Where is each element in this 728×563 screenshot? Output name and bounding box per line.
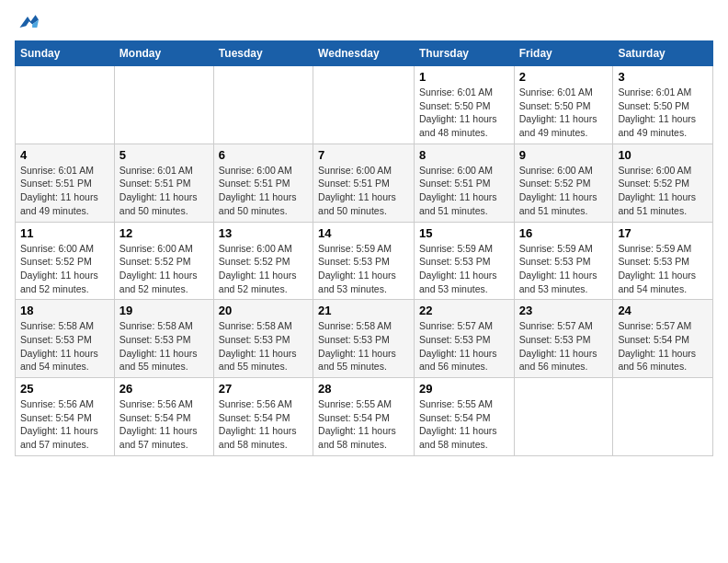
day-info: Sunrise: 5:59 AM Sunset: 5:53 PM Dayligh… <box>618 242 708 296</box>
calendar-cell: 22Sunrise: 5:57 AM Sunset: 5:53 PM Dayli… <box>414 300 514 378</box>
day-number: 11 <box>20 226 109 240</box>
day-number: 12 <box>119 226 209 240</box>
day-info: Sunrise: 6:00 AM Sunset: 5:52 PM Dayligh… <box>219 242 308 296</box>
column-header-tuesday: Tuesday <box>213 41 313 66</box>
calendar-cell: 5Sunrise: 6:01 AM Sunset: 5:51 PM Daylig… <box>114 144 213 222</box>
calendar-cell: 10Sunrise: 6:00 AM Sunset: 5:52 PM Dayli… <box>613 144 713 222</box>
calendar-cell <box>16 66 115 144</box>
calendar-cell: 21Sunrise: 5:58 AM Sunset: 5:53 PM Dayli… <box>313 300 415 378</box>
logo-bird-icon <box>17 13 39 31</box>
calendar-week-row: 18Sunrise: 5:58 AM Sunset: 5:53 PM Dayli… <box>16 300 713 378</box>
calendar-table: SundayMondayTuesdayWednesdayThursdayFrid… <box>15 40 713 456</box>
day-info: Sunrise: 5:59 AM Sunset: 5:53 PM Dayligh… <box>519 242 609 296</box>
day-number: 26 <box>119 382 209 396</box>
calendar-cell: 17Sunrise: 5:59 AM Sunset: 5:53 PM Dayli… <box>613 222 713 300</box>
day-info: Sunrise: 6:00 AM Sunset: 5:52 PM Dayligh… <box>20 242 109 296</box>
day-number: 5 <box>119 148 209 162</box>
calendar-cell: 23Sunrise: 5:57 AM Sunset: 5:53 PM Dayli… <box>514 300 613 378</box>
day-number: 27 <box>219 382 308 396</box>
day-number: 7 <box>318 148 409 162</box>
day-info: Sunrise: 5:57 AM Sunset: 5:53 PM Dayligh… <box>419 319 509 373</box>
day-info: Sunrise: 5:58 AM Sunset: 5:53 PM Dayligh… <box>119 319 209 373</box>
calendar-cell: 14Sunrise: 5:59 AM Sunset: 5:53 PM Dayli… <box>313 222 415 300</box>
column-header-wednesday: Wednesday <box>313 41 415 66</box>
day-number: 29 <box>419 382 509 396</box>
day-info: Sunrise: 6:01 AM Sunset: 5:51 PM Dayligh… <box>119 164 209 218</box>
day-info: Sunrise: 5:56 AM Sunset: 5:54 PM Dayligh… <box>219 397 308 452</box>
day-info: Sunrise: 5:59 AM Sunset: 5:53 PM Dayligh… <box>318 242 409 296</box>
day-info: Sunrise: 5:58 AM Sunset: 5:53 PM Dayligh… <box>318 319 409 373</box>
calendar-cell: 29Sunrise: 5:55 AM Sunset: 5:54 PM Dayli… <box>414 378 514 456</box>
calendar-cell <box>514 378 613 456</box>
day-number: 9 <box>519 148 609 162</box>
day-info: Sunrise: 6:00 AM Sunset: 5:52 PM Dayligh… <box>119 242 209 296</box>
calendar-cell: 18Sunrise: 5:58 AM Sunset: 5:53 PM Dayli… <box>16 300 115 378</box>
column-header-monday: Monday <box>114 41 213 66</box>
calendar-cell: 28Sunrise: 5:55 AM Sunset: 5:54 PM Dayli… <box>313 378 415 456</box>
day-number: 17 <box>618 226 708 240</box>
day-number: 15 <box>419 226 509 240</box>
calendar-cell: 12Sunrise: 6:00 AM Sunset: 5:52 PM Dayli… <box>114 222 213 300</box>
calendar-cell <box>114 66 213 144</box>
calendar-cell: 15Sunrise: 5:59 AM Sunset: 5:53 PM Dayli… <box>414 222 514 300</box>
calendar-body: 1Sunrise: 6:01 AM Sunset: 5:50 PM Daylig… <box>16 66 713 456</box>
calendar-week-row: 4Sunrise: 6:01 AM Sunset: 5:51 PM Daylig… <box>16 144 713 222</box>
calendar-cell: 9Sunrise: 6:00 AM Sunset: 5:52 PM Daylig… <box>514 144 613 222</box>
calendar-cell: 4Sunrise: 6:01 AM Sunset: 5:51 PM Daylig… <box>16 144 115 222</box>
calendar-week-row: 25Sunrise: 5:56 AM Sunset: 5:54 PM Dayli… <box>16 378 713 456</box>
day-number: 23 <box>519 304 609 317</box>
day-number: 16 <box>519 226 609 240</box>
calendar-cell: 1Sunrise: 6:01 AM Sunset: 5:50 PM Daylig… <box>414 66 514 144</box>
day-info: Sunrise: 5:59 AM Sunset: 5:53 PM Dayligh… <box>419 242 509 296</box>
day-number: 10 <box>618 148 708 162</box>
day-number: 24 <box>618 304 708 317</box>
day-number: 21 <box>318 304 409 317</box>
calendar-cell: 24Sunrise: 5:57 AM Sunset: 5:54 PM Dayli… <box>613 300 713 378</box>
day-info: Sunrise: 5:58 AM Sunset: 5:53 PM Dayligh… <box>20 319 109 373</box>
column-header-thursday: Thursday <box>414 41 514 66</box>
day-info: Sunrise: 5:56 AM Sunset: 5:54 PM Dayligh… <box>119 397 209 452</box>
day-number: 13 <box>219 226 308 240</box>
day-info: Sunrise: 6:00 AM Sunset: 5:52 PM Dayligh… <box>618 164 708 218</box>
day-number: 19 <box>119 304 209 317</box>
day-info: Sunrise: 6:00 AM Sunset: 5:52 PM Dayligh… <box>519 164 609 218</box>
day-number: 20 <box>219 304 308 317</box>
day-info: Sunrise: 6:01 AM Sunset: 5:50 PM Dayligh… <box>519 86 609 140</box>
calendar-cell: 26Sunrise: 5:56 AM Sunset: 5:54 PM Dayli… <box>114 378 213 456</box>
column-header-saturday: Saturday <box>613 41 713 66</box>
day-number: 1 <box>419 70 509 84</box>
calendar-cell: 7Sunrise: 6:00 AM Sunset: 5:51 PM Daylig… <box>313 144 415 222</box>
day-info: Sunrise: 6:01 AM Sunset: 5:50 PM Dayligh… <box>618 86 708 140</box>
day-number: 14 <box>318 226 409 240</box>
day-info: Sunrise: 5:55 AM Sunset: 5:54 PM Dayligh… <box>419 397 509 452</box>
day-number: 25 <box>20 382 109 396</box>
calendar-cell: 13Sunrise: 6:00 AM Sunset: 5:52 PM Dayli… <box>213 222 313 300</box>
calendar-cell: 20Sunrise: 5:58 AM Sunset: 5:53 PM Dayli… <box>213 300 313 378</box>
logo <box>15 15 39 29</box>
day-info: Sunrise: 5:58 AM Sunset: 5:53 PM Dayligh… <box>219 319 308 373</box>
calendar-cell: 2Sunrise: 6:01 AM Sunset: 5:50 PM Daylig… <box>514 66 613 144</box>
column-header-sunday: Sunday <box>16 41 115 66</box>
day-info: Sunrise: 6:00 AM Sunset: 5:51 PM Dayligh… <box>219 164 308 218</box>
day-number: 22 <box>419 304 509 317</box>
day-info: Sunrise: 6:01 AM Sunset: 5:50 PM Dayligh… <box>419 86 509 140</box>
calendar-week-row: 11Sunrise: 6:00 AM Sunset: 5:52 PM Dayli… <box>16 222 713 300</box>
day-number: 28 <box>318 382 409 396</box>
calendar-cell: 16Sunrise: 5:59 AM Sunset: 5:53 PM Dayli… <box>514 222 613 300</box>
calendar-cell: 25Sunrise: 5:56 AM Sunset: 5:54 PM Dayli… <box>16 378 115 456</box>
calendar-cell: 27Sunrise: 5:56 AM Sunset: 5:54 PM Dayli… <box>213 378 313 456</box>
day-info: Sunrise: 5:55 AM Sunset: 5:54 PM Dayligh… <box>318 397 409 452</box>
column-header-friday: Friday <box>514 41 613 66</box>
calendar-cell <box>613 378 713 456</box>
calendar-cell: 3Sunrise: 6:01 AM Sunset: 5:50 PM Daylig… <box>613 66 713 144</box>
calendar-week-row: 1Sunrise: 6:01 AM Sunset: 5:50 PM Daylig… <box>16 66 713 144</box>
calendar-cell: 8Sunrise: 6:00 AM Sunset: 5:51 PM Daylig… <box>414 144 514 222</box>
day-number: 8 <box>419 148 509 162</box>
day-info: Sunrise: 6:00 AM Sunset: 5:51 PM Dayligh… <box>419 164 509 218</box>
calendar-cell <box>313 66 415 144</box>
day-number: 3 <box>618 70 708 84</box>
day-number: 6 <box>219 148 308 162</box>
calendar-header-row: SundayMondayTuesdayWednesdayThursdayFrid… <box>16 41 713 66</box>
day-number: 2 <box>519 70 609 84</box>
day-info: Sunrise: 5:57 AM Sunset: 5:53 PM Dayligh… <box>519 319 609 373</box>
